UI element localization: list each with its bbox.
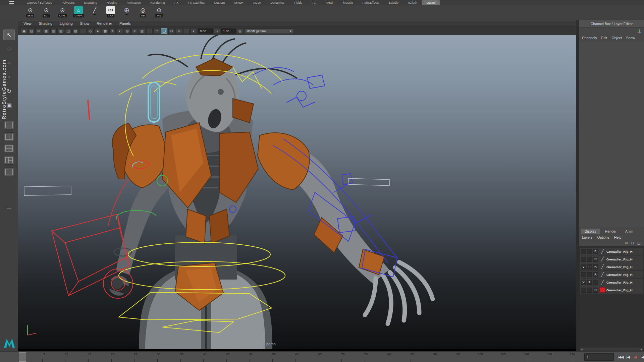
panel-menu-item[interactable]: Show — [80, 21, 90, 25]
viewport-toolbar-icon[interactable]: ▭ — [36, 28, 42, 34]
shelf-tool-button[interactable]: ⊙ EDT — [40, 6, 53, 19]
shelf-tool-button[interactable]: ╱ — [88, 6, 101, 19]
layer-row[interactable]: R Grenadier_Rig_H — [580, 286, 643, 294]
shelf-tab[interactable]: Dynamics — [266, 0, 289, 5]
layer-playback-toggle[interactable]: P — [587, 280, 592, 285]
shelf-tab[interactable]: Polygons — [57, 0, 79, 5]
layer-playback-toggle[interactable] — [587, 249, 592, 254]
layer-row[interactable]: R Grenadier_Rig_H — [580, 248, 643, 255]
shelf-tab[interactable]: nCloth — [403, 0, 422, 5]
color-management-icon[interactable]: ◎ — [237, 28, 243, 34]
viewport-toolbar-icon[interactable]: ▣ — [21, 28, 27, 34]
layout-preset-button[interactable] — [4, 121, 14, 129]
layer-editor-menu-item[interactable]: Layers — [582, 235, 593, 239]
dock-header[interactable]: Channel Box / Layer Editor — [579, 20, 644, 27]
viewport-toolbar-icon[interactable]: ◐ — [117, 28, 123, 34]
layer-display-type-toggle[interactable]: R — [593, 288, 598, 293]
transport-button[interactable]: |◀◀ — [617, 353, 624, 361]
layer-color-swatch[interactable] — [599, 280, 605, 285]
manipulator-icon[interactable] — [637, 28, 642, 34]
layer-row[interactable]: V P R Grenadier_Rig_H — [580, 263, 643, 270]
channel-box-menu-item[interactable]: Edit — [601, 36, 607, 40]
layer-editor-tab[interactable]: Anim — [621, 229, 637, 234]
layer-visibility-toggle[interactable] — [581, 257, 586, 262]
layer-row[interactable]: V P Grenadier_Rig_H — [580, 279, 643, 286]
layer-display-type-toggle[interactable]: R — [593, 249, 598, 254]
current-frame-field[interactable]: 1 — [584, 353, 614, 361]
viewport-toolbar-icon[interactable]: ▥ — [50, 28, 57, 34]
layer-playback-toggle[interactable] — [587, 272, 592, 277]
layer-visibility-toggle[interactable] — [581, 249, 586, 254]
shelf-tab[interactable]: Quixel — [422, 0, 440, 5]
shelf-tab[interactable]: Custom — [209, 0, 230, 5]
shelf-tool-button[interactable]: LRA LRA — [104, 6, 117, 19]
layer-color-swatch[interactable] — [599, 264, 605, 269]
panel-menu-item[interactable]: Lighting — [60, 21, 73, 25]
layer-color-swatch[interactable] — [599, 287, 605, 293]
layer-playback-toggle[interactable]: P — [587, 264, 592, 269]
layer-playback-toggle[interactable] — [587, 288, 592, 293]
viewport-toolbar-icon[interactable] — [80, 28, 86, 34]
viewport-3d[interactable]: persp — [18, 35, 576, 351]
viewport-toolbar-icon[interactable]: ◇ — [87, 28, 94, 34]
viewport-toolbar-icon[interactable]: ● — [95, 28, 101, 34]
view-transform-dropdown[interactable]: sRGB gamma ▾ — [244, 28, 294, 34]
viewport-toolbar-icon[interactable]: ◎ — [124, 28, 130, 34]
exposure-field[interactable]: 0.00 — [198, 28, 213, 34]
scroll-right-icon[interactable]: ► — [640, 348, 643, 350]
shelf-tab[interactable]: Subdiv — [384, 0, 403, 5]
shelf-tab[interactable]: PaintEffects — [358, 0, 384, 5]
layer-row[interactable]: R Grenadier_Rig_H — [580, 255, 643, 263]
layout-preset-button[interactable] — [4, 144, 14, 153]
panel-menu-item[interactable]: Shading — [39, 21, 52, 25]
shelf-tool-button[interactable]: ◎ Set — [136, 6, 150, 19]
layer-color-swatch[interactable] — [599, 256, 605, 262]
layout-preset-button[interactable] — [4, 168, 14, 176]
scroll-left-icon[interactable]: ◄ — [580, 348, 584, 350]
layer-playback-toggle[interactable] — [587, 257, 592, 262]
shelf-tab[interactable]: Fur — [307, 0, 321, 5]
shelf-tab[interactable]: FX Caching — [183, 0, 209, 5]
layer-display-type-toggle[interactable] — [593, 280, 598, 285]
layer-color-swatch[interactable] — [599, 272, 605, 277]
shelf-tab[interactable]: Animation — [122, 0, 146, 5]
shelf-tab[interactable]: Fluids — [289, 0, 307, 5]
shelf-tab[interactable]: Muscle — [338, 0, 358, 5]
transport-button[interactable]: ◀ — [639, 353, 644, 361]
shelf-tool-button[interactable]: ⊙ xRig — [152, 6, 166, 19]
shelf-tab[interactable]: FX — [170, 0, 183, 5]
panel-menu-item[interactable]: View — [23, 21, 32, 25]
layer-editor-tab[interactable]: Render — [601, 229, 620, 234]
shelf-tab[interactable]: Curves / Surfaces — [22, 0, 57, 5]
shelf-tab[interactable]: Rendering — [146, 0, 170, 5]
transport-button[interactable]: |◀ — [625, 353, 631, 361]
viewport-toolbar-icon[interactable]: ▱ — [176, 28, 182, 34]
layout-preset-button[interactable] — [4, 156, 14, 165]
exposure-icon[interactable]: ◐ — [191, 28, 197, 34]
gamma-field[interactable]: 1.00 — [221, 28, 236, 34]
shelf-tab[interactable]: nHair — [321, 0, 338, 5]
layer-editor-tab[interactable]: Display — [581, 229, 600, 234]
viewport-toolbar-icon[interactable] — [183, 28, 190, 34]
viewport-toolbar-icon[interactable]: □ — [154, 28, 160, 34]
shelf-tab[interactable]: MASH — [230, 0, 248, 5]
shelf-tool-button[interactable]: ⌂ DYNFA — [72, 6, 85, 19]
contrast-icon[interactable]: ◑ — [214, 28, 220, 34]
viewport-toolbar-icon[interactable]: ≡ — [131, 28, 138, 34]
viewport-toolbar-icon[interactable]: ◫ — [65, 28, 71, 34]
viewport-toolbar-icon[interactable]: ▩ — [102, 28, 108, 34]
shelf-tab[interactable]: Rigging — [102, 0, 122, 5]
viewport-toolbar-icon[interactable]: ▢ — [161, 28, 167, 34]
layer-visibility-toggle[interactable]: V — [581, 264, 586, 269]
layer-scrollbar[interactable]: ◄ ► — [580, 348, 643, 351]
shelf-menu-icon[interactable] — [9, 1, 14, 4]
dock-splitter[interactable] — [576, 20, 579, 351]
layer-action-button[interactable]: ◫ — [637, 241, 641, 245]
layer-display-type-toggle[interactable]: R — [593, 264, 598, 269]
channel-box-empty-area[interactable] — [579, 41, 644, 227]
layer-action-button[interactable]: ⊞ — [624, 241, 629, 245]
panel-menu-item[interactable]: Renderer — [97, 21, 112, 25]
viewport-toolbar-icon[interactable]: ▦ — [43, 28, 49, 34]
layer-action-button[interactable]: ⊟ — [630, 241, 635, 245]
layout-preset-button[interactable] — [4, 132, 14, 141]
